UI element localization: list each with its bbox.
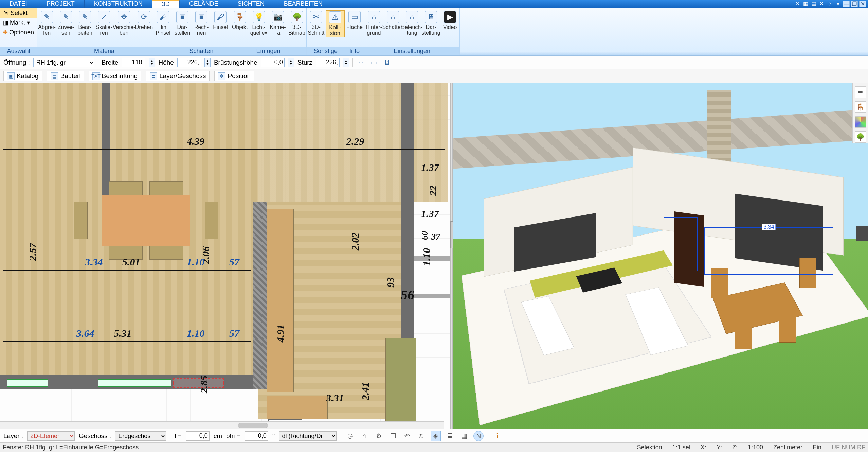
3d-view[interactable]: 3.34 ≣ 🪑 🌳 — [453, 83, 868, 429]
undo-icon[interactable]: ↶ — [402, 431, 412, 441]
layer-select[interactable]: 2D-Elemen — [27, 431, 75, 441]
tool-wrench-icon[interactable]: ✕ — [794, 1, 801, 7]
monitor-icon[interactable]: 🖥 — [382, 58, 392, 67]
rechnen-button[interactable]: ▣Rech- nen — [192, 10, 211, 37]
geschoss-select[interactable]: Erdgeschos — [115, 431, 166, 441]
drehen-button[interactable]: ⟳Drehen — [134, 10, 153, 31]
dim-3-31: 3.31 — [326, 392, 344, 404]
dropdown-icon[interactable]: ▾ — [835, 1, 842, 7]
dim-37: 37 — [431, 232, 440, 242]
tab-datei[interactable]: DATEI — [0, 0, 37, 8]
tree-icon[interactable]: 🌳 — [855, 131, 866, 143]
dim-1-10a: 1.10 — [187, 256, 205, 268]
schatten-settings-button[interactable]: ⌂Schatten — [383, 10, 402, 31]
layers-icon[interactable]: ≣ — [855, 86, 866, 98]
verschieben-button[interactable]: ✥Verschie- ben — [113, 10, 134, 37]
flaeche-button[interactable]: ▭Fläche — [345, 10, 364, 31]
breite-spinner[interactable]: ▲▼ — [149, 58, 155, 67]
darstellung-button[interactable]: 🖥Dar- stellung — [421, 10, 440, 37]
flip-horizontal-icon[interactable]: ↔ — [356, 58, 366, 67]
snap-icon[interactable]: ◈ — [431, 431, 441, 441]
tab-konstruktion[interactable]: KONSTRUKTION — [85, 0, 152, 8]
sturz-spinner[interactable]: ▲▼ — [343, 58, 349, 67]
group-auswahl-label: Auswahl — [0, 47, 37, 55]
3dschnitt-button[interactable]: ✂3D- Schnitt — [307, 10, 326, 37]
objekt-button[interactable]: 🪑Objekt — [230, 10, 249, 31]
zuweisen-button[interactable]: ✎Zuwei- sen — [56, 10, 75, 37]
align-icon[interactable]: ▭ — [369, 58, 379, 67]
tool-eye-icon[interactable]: 👁 — [818, 1, 825, 7]
tab-gelaende[interactable]: GELÄNDE — [180, 0, 228, 8]
status-z: Z: — [732, 444, 738, 451]
video-button[interactable]: ▶Video — [440, 10, 459, 31]
right-panel-handle[interactable] — [856, 226, 868, 241]
2d-scrollbar-horizontal[interactable] — [0, 421, 444, 429]
gear-icon[interactable]: ⚙ — [374, 431, 384, 441]
dim-2-57: 2.57 — [27, 243, 38, 261]
bearbeiten-button[interactable]: ✎Bear- beiten — [75, 10, 94, 37]
katalog-button[interactable]: ▣Katalog — [3, 71, 42, 81]
bruestung-spinner[interactable]: ▲▼ — [288, 58, 294, 67]
position-button[interactable]: ✥Position — [214, 71, 254, 81]
hinpinsel-button[interactable]: 🖌Hin. Pinsel — [153, 10, 173, 37]
skalieren-button[interactable]: ⤢Skalie- ren — [94, 10, 113, 37]
mark-button[interactable]: ◨ Mark. ▾ — [0, 18, 37, 28]
2d-view[interactable]: 4.39 2.29 1.37 1.37 22 60 37 1.10 2.57 2… — [0, 83, 451, 429]
ribbon-group-sonstige: ✂3D- Schnitt ⚠Kolli- sion Sonstige — [307, 8, 345, 55]
help-icon[interactable]: ? — [827, 1, 833, 7]
hoehe-spinner[interactable]: ▲▼ — [204, 58, 211, 67]
layers-toggle-icon[interactable]: ≋ — [416, 431, 427, 441]
beleuchtung-button[interactable]: ⌂Beleuch- tung — [402, 10, 421, 37]
colors-icon[interactable] — [855, 116, 866, 128]
selection-bracket-2: 3.34 — [704, 227, 833, 275]
tool-folder-icon[interactable]: ▦ — [802, 1, 809, 7]
status-bar: Fenster RH 1flg. gr L=Einbauteile G=Erdg… — [0, 442, 868, 452]
status-flags: UF NUM RF — [832, 444, 865, 451]
mode-select[interactable]: dl (Richtung/Di — [279, 431, 337, 441]
beschriftung-button[interactable]: TXTBeschriftung — [89, 71, 142, 81]
dim-60: 60 — [420, 231, 430, 240]
tab-projekt[interactable]: PROJEKT — [37, 0, 85, 8]
kollision-button[interactable]: ⚠Kolli- sion — [326, 10, 345, 37]
pinsel-button[interactable]: 🖌Pinsel — [211, 10, 230, 31]
phi-unit: ° — [272, 432, 275, 440]
options-button[interactable]: ✚ Optionen — [0, 28, 37, 37]
window-minimize-icon[interactable]: — — [843, 1, 850, 7]
tool-layer-icon[interactable]: ▤ — [810, 1, 817, 7]
layer-geschoss-button[interactable]: ≣Layer/Geschoss — [146, 71, 210, 81]
tab-bearbeiten[interactable]: BEARBEITEN — [274, 0, 332, 8]
length-input[interactable] — [186, 431, 210, 441]
breite-label: Breite — [102, 59, 119, 66]
layers2-icon[interactable]: ≣ — [445, 431, 455, 441]
phi-input[interactable] — [245, 431, 268, 441]
phi-label: phi = — [226, 432, 240, 440]
tab-sichten[interactable]: SICHTEN — [228, 0, 274, 8]
workspace: 4.39 2.29 1.37 1.37 22 60 37 1.10 2.57 2… — [0, 83, 868, 429]
copy-icon[interactable]: ❐ — [388, 431, 398, 441]
clock-icon[interactable]: ◷ — [345, 431, 355, 441]
3dbitmap-button[interactable]: 🌳3D- Bitmap — [287, 10, 306, 37]
picker-icon[interactable]: ⌂ — [359, 431, 369, 441]
breite-input[interactable] — [122, 58, 145, 67]
window-restore-icon[interactable]: ❐ — [851, 1, 858, 7]
hintergrund-button[interactable]: ⌂Hinter- grund — [364, 10, 383, 37]
status-left: Fenster RH 1flg. gr L=Einbauteile G=Erdg… — [3, 444, 139, 451]
furniture-icon[interactable]: 🪑 — [855, 101, 866, 113]
select-button[interactable]: 🖱 Selekt — [0, 8, 37, 18]
bruestung-input[interactable] — [261, 58, 285, 67]
window-close-icon[interactable]: ✕ — [859, 1, 866, 7]
opening-select[interactable]: RH 1flg. gr — [33, 58, 94, 67]
tab-3d[interactable]: 3D — [152, 0, 180, 8]
bruestung-label: Brüstungshöhe — [214, 59, 257, 66]
bauteil-button[interactable]: ▤Bauteil — [47, 71, 84, 81]
selection-bracket-1 — [664, 217, 698, 271]
lichtquelle-button[interactable]: 💡Licht- quelle▾ — [249, 10, 268, 37]
north-icon[interactable]: N — [473, 431, 484, 441]
abgreifen-button[interactable]: ✎Abgrei- fen — [37, 10, 56, 37]
grid-icon[interactable]: ▦ — [459, 431, 469, 441]
info-icon[interactable]: ℹ — [492, 431, 502, 441]
sturz-input[interactable] — [316, 58, 340, 67]
darstellen-button[interactable]: ▣Dar- stellen — [173, 10, 192, 37]
kamera-button[interactable]: 📷Kame- ra — [268, 10, 287, 37]
hoehe-input[interactable] — [177, 58, 201, 67]
